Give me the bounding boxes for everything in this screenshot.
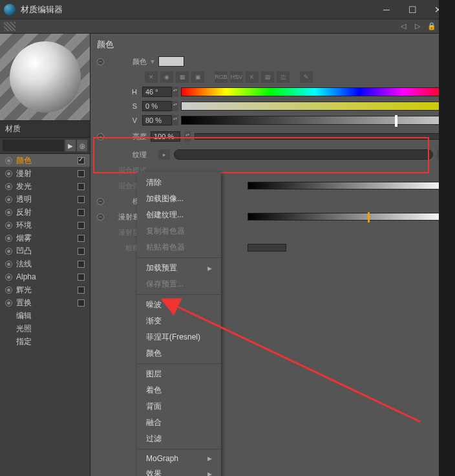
channel-transp[interactable]: 透明 — [0, 193, 90, 206]
rgb-button[interactable]: RGB — [215, 71, 228, 83]
s-spinner[interactable]: ▴▾ — [172, 101, 178, 111]
menu-mograph[interactable]: MoGraph▶ — [137, 451, 221, 466]
channel-diffuse[interactable]: 漫射 — [0, 167, 90, 180]
channel-checkbox[interactable] — [78, 235, 85, 242]
eyedropper-icon[interactable]: ✎ — [300, 71, 313, 83]
channel-reflect[interactable]: 反射 — [0, 206, 90, 219]
channel-fog[interactable]: 烟雾 — [0, 232, 90, 244]
channel-env[interactable]: 环境 — [0, 219, 90, 232]
brightness-slider[interactable] — [195, 133, 449, 140]
channel-radio[interactable] — [5, 196, 12, 203]
channel-radio[interactable] — [5, 261, 12, 268]
channel-bump[interactable]: 凹凸 — [0, 244, 90, 257]
falloff-slider[interactable] — [248, 213, 449, 221]
menu-clear[interactable]: 清除 — [137, 175, 221, 191]
channel-radio[interactable] — [5, 248, 12, 255]
channel-checkbox[interactable] — [78, 287, 85, 294]
s-value[interactable]: 0 % — [142, 101, 172, 111]
channel-radio[interactable] — [5, 157, 12, 164]
menu-copy-shader[interactable]: 复制着色器 — [137, 223, 221, 239]
search-input[interactable] — [3, 140, 64, 151]
picture-icon[interactable]: ▣ — [191, 71, 204, 83]
next-icon[interactable]: ▷ — [412, 21, 423, 32]
channel-checkbox[interactable] — [78, 299, 85, 307]
channel-checkbox[interactable] — [78, 183, 85, 190]
channel-checkbox[interactable] — [78, 209, 85, 216]
channel-lumin[interactable]: 发光 — [0, 180, 90, 193]
channel-radio[interactable] — [5, 274, 12, 281]
search-target-icon[interactable]: ◎ — [77, 140, 87, 151]
swatches-icon[interactable]: ◫ — [277, 71, 290, 83]
menu-back[interactable]: 背面 — [137, 398, 221, 415]
channel-checkbox[interactable] — [78, 170, 85, 177]
search-go[interactable]: ▶ — [65, 140, 76, 151]
channel-radio[interactable] — [5, 287, 12, 294]
channel-radio[interactable] — [5, 170, 12, 177]
menu-load-preset[interactable]: 加载预置▶ — [137, 260, 221, 276]
channel-alpha[interactable]: Alpha — [0, 270, 90, 283]
material-name[interactable]: 材质 — [0, 121, 90, 138]
channel-illum[interactable]: 光照 — [0, 322, 90, 335]
texture-menu-button[interactable]: ▸ — [158, 149, 170, 160]
menu-load-image[interactable]: 加载图像... — [137, 191, 221, 207]
brightness-value[interactable]: 100 % — [151, 131, 180, 142]
menu-noise[interactable]: 噪波 — [137, 297, 221, 313]
blendstr-slider[interactable] — [248, 182, 449, 189]
expand-brightness[interactable]: − — [97, 133, 104, 140]
menu-fresnel[interactable]: 菲涅耳(Fresnel) — [137, 329, 221, 345]
chevron-down-icon[interactable]: ▾ — [151, 57, 154, 66]
spectrum-icon[interactable]: ▦ — [176, 71, 189, 83]
channel-edit[interactable]: 编辑 — [0, 309, 90, 322]
val-slider[interactable] — [181, 116, 449, 125]
menu-save-preset[interactable]: 保存预置... — [137, 276, 221, 292]
sat-slider[interactable] — [181, 102, 449, 111]
channel-checkbox[interactable] — [78, 222, 85, 229]
v-spinner[interactable]: ▴▾ — [172, 115, 178, 125]
expand-color[interactable]: − — [97, 58, 104, 65]
mixer-icon[interactable]: ▤ — [261, 71, 274, 83]
prev-icon[interactable]: ◁ — [398, 21, 408, 32]
menu-filter[interactable]: 过滤 — [137, 431, 221, 447]
menu-paste-shader[interactable]: 粘贴着色器 — [137, 239, 221, 255]
hue-slider[interactable] — [181, 87, 449, 96]
h-spinner[interactable]: ▴▾ — [172, 87, 178, 97]
expand-falloff[interactable]: − — [97, 213, 104, 221]
hsv-button[interactable]: HSV — [230, 71, 243, 83]
channel-assign[interactable]: 指定 — [0, 335, 90, 348]
color-swatch[interactable] — [158, 56, 184, 67]
v-value[interactable]: 80 % — [142, 115, 172, 125]
channel-color[interactable]: 颜色 — [0, 154, 90, 167]
h-value[interactable]: 46 ° — [142, 87, 172, 97]
channel-radio[interactable] — [5, 299, 12, 307]
menu-create-texture[interactable]: 创建纹理... — [137, 207, 221, 223]
channel-checkbox[interactable] — [78, 248, 85, 255]
channel-checkbox[interactable] — [78, 157, 85, 164]
channel-radio[interactable] — [5, 183, 12, 190]
wheel-icon[interactable]: ◉ — [160, 71, 173, 83]
channel-checkbox[interactable] — [78, 261, 85, 268]
channel-radio[interactable] — [5, 209, 12, 216]
k-button[interactable]: K — [246, 71, 259, 83]
channel-checkbox[interactable] — [78, 274, 85, 281]
minimize-button[interactable]: ─ — [374, 1, 399, 19]
channel-glow[interactable]: 辉光 — [0, 283, 90, 296]
lock-icon[interactable]: 🔒 — [427, 21, 437, 32]
material-preview[interactable] — [0, 34, 90, 121]
channel-radio[interactable] — [5, 222, 12, 229]
menu-color[interactable]: 颜色 — [137, 345, 221, 362]
rough-slider[interactable] — [248, 244, 286, 252]
texture-slot[interactable] — [174, 149, 433, 160]
channel-normal[interactable]: 法线 — [0, 257, 90, 270]
channel-disp[interactable]: 置换 — [0, 296, 90, 309]
brightness-spinner[interactable]: ▴▾ — [184, 131, 191, 142]
expand-model[interactable]: − — [97, 198, 104, 205]
menu-layer[interactable]: 图层 — [137, 366, 221, 382]
menu-tint[interactable]: 着色 — [137, 382, 221, 398]
maximize-button[interactable]: ☐ — [399, 1, 425, 19]
channel-radio[interactable] — [5, 235, 12, 242]
pin-icon[interactable]: ⤧ — [145, 71, 158, 83]
menu-effect[interactable]: 效果▶ — [137, 466, 221, 476]
menu-fuse[interactable]: 融合 — [137, 415, 221, 431]
menu-gradient[interactable]: 渐变 — [137, 313, 221, 329]
channel-checkbox[interactable] — [78, 196, 85, 203]
